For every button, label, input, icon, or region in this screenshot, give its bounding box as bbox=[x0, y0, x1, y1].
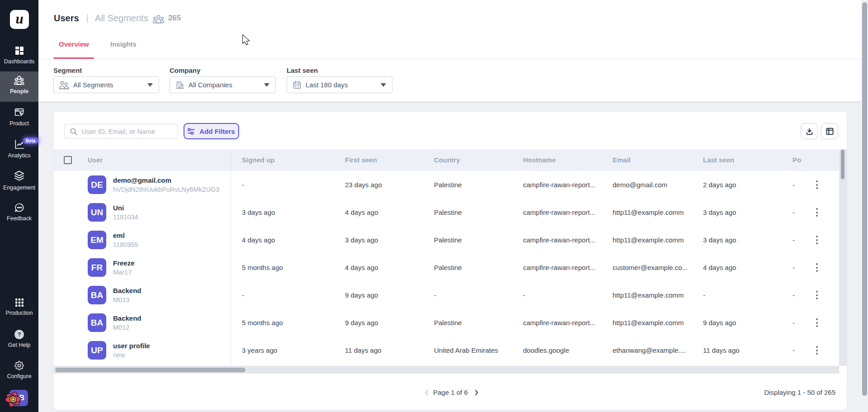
svg-text:?: ? bbox=[17, 331, 21, 338]
